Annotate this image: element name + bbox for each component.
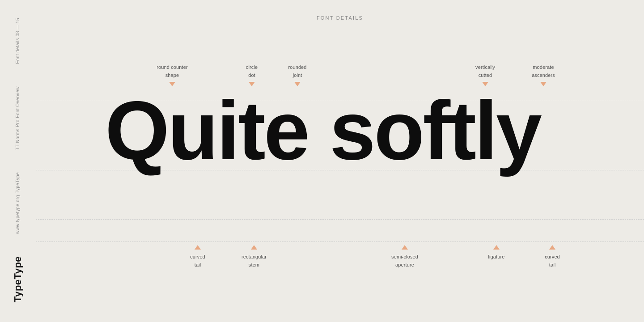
brand-label: TypeType xyxy=(12,256,24,302)
annotation-vertically-cutted: verticallycutted xyxy=(465,63,505,86)
annotation-moderate-ascenders-label: moderateascenders xyxy=(532,64,555,78)
annotation-rectangular-stem-label: rectangularstem xyxy=(242,254,267,267)
main-content: FONT DETAILS round countershape circledo… xyxy=(36,0,644,322)
sidebar: 08 — 15 Font details TT Norms Pro Font O… xyxy=(0,0,36,322)
arrow-down-moderate-ascenders xyxy=(540,82,547,86)
annotation-round-counter-label: round countershape xyxy=(157,64,187,78)
annotation-rectangular-stem: rectangularstem xyxy=(232,245,276,269)
arrow-up-curved-tail-2 xyxy=(549,245,555,250)
guide-line-4 xyxy=(36,242,644,242)
arrow-up-rectangular-stem xyxy=(251,245,257,250)
guide-line-3 xyxy=(36,219,644,220)
font-name-label: TT Norms Pro Font Overview xyxy=(15,86,21,150)
annotation-semi-closed-aperture: semi-closedaperture xyxy=(380,245,429,269)
annotation-curved-tail-1: curvedtail xyxy=(178,245,218,269)
display-area: round countershape circledot roundedjoin… xyxy=(36,36,644,322)
annotation-circle-dot: circledot xyxy=(236,63,267,86)
annotation-circle-dot-label: circledot xyxy=(246,64,258,78)
company-label: TypeType xyxy=(15,172,21,193)
annotation-moderate-ascenders: moderateascenders xyxy=(521,63,566,86)
page-title: FONT DETAILS xyxy=(317,15,363,21)
main-display-text: Quite softly xyxy=(105,89,540,172)
annotation-curved-tail-1-label: curvedtail xyxy=(190,254,205,267)
annotation-semi-closed-aperture-label: semi-closedaperture xyxy=(391,254,418,267)
annotation-ligature-label: ligature xyxy=(488,254,505,259)
arrow-up-ligature xyxy=(493,245,500,250)
annotation-vertically-cutted-label: verticallycutted xyxy=(475,64,495,78)
page-number: 08 — 15 xyxy=(15,18,21,36)
annotation-curved-tail-2-label: curvedtail xyxy=(545,254,560,267)
annotation-round-counter: round countershape xyxy=(148,63,197,86)
header: FONT DETAILS xyxy=(36,0,644,36)
arrow-up-curved-tail-1 xyxy=(195,245,201,250)
annotation-curved-tail-2: curvedtail xyxy=(532,245,572,269)
annotation-rounded-joint: roundedjoint xyxy=(280,63,315,86)
arrow-up-semi-closed-aperture xyxy=(402,245,408,250)
website-label: www.typetype.org xyxy=(15,195,21,234)
annotation-ligature: ligature xyxy=(479,245,514,260)
annotation-rounded-joint-label: roundedjoint xyxy=(288,64,306,78)
section-label: Font details xyxy=(15,38,21,64)
